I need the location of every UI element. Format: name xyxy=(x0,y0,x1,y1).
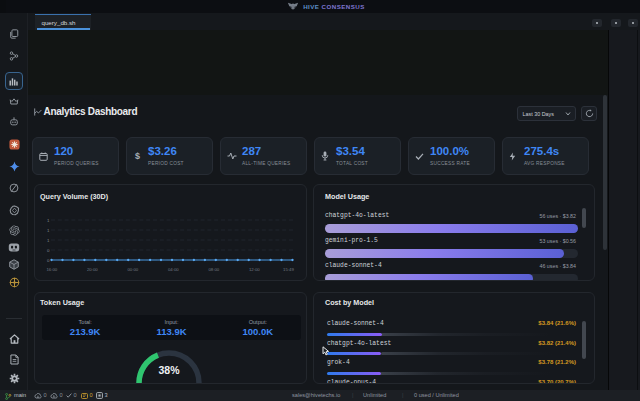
svg-text:1: 1 xyxy=(47,218,50,223)
svg-text:1: 1 xyxy=(47,238,50,243)
svg-text:$: $ xyxy=(135,151,140,161)
svg-text:08:00: 08:00 xyxy=(208,267,219,272)
svg-text:38%: 38% xyxy=(158,364,180,376)
svg-text:20:00: 20:00 xyxy=(87,267,98,272)
svg-text:12:00: 12:00 xyxy=(249,267,260,272)
svg-text:15:49: 15:49 xyxy=(283,267,294,272)
svg-text:00:00: 00:00 xyxy=(127,267,138,272)
svg-text:0: 0 xyxy=(47,258,50,263)
svg-text:16:00: 16:00 xyxy=(46,267,57,272)
svg-text:0: 0 xyxy=(47,248,50,253)
svg-text:04:00: 04:00 xyxy=(168,267,179,272)
svg-text:1: 1 xyxy=(47,228,50,233)
